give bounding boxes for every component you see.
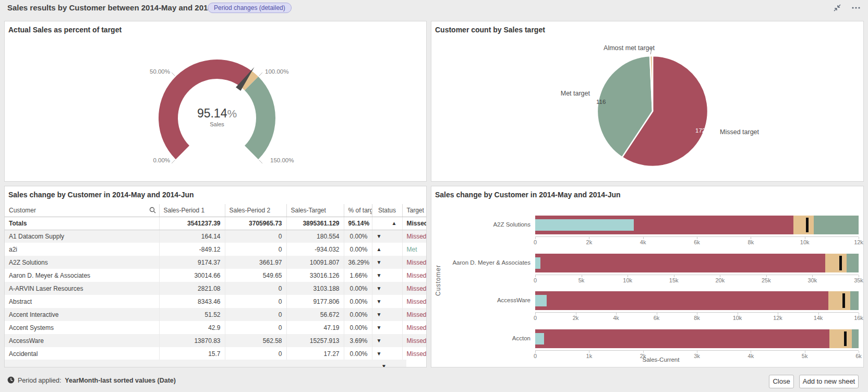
cell-sp2[interactable]: 0 [225, 282, 286, 295]
col-header-3[interactable]: Sales-Target [286, 204, 344, 217]
cell-sp1[interactable]: -849.12 [159, 243, 225, 256]
cell-status[interactable]: ▼ [372, 295, 402, 308]
cell-st[interactable]: 56.672 [286, 308, 344, 321]
cell-sp1[interactable]: 13870.83 [159, 334, 225, 347]
cell-target[interactable]: Missed [402, 334, 426, 347]
cell-status[interactable]: ▲ [372, 217, 402, 230]
cell-sp2[interactable]: 562.58 [225, 334, 286, 347]
cell-st[interactable]: 9177.806 [286, 295, 344, 308]
cell-customer[interactable]: AccessWare [5, 334, 159, 347]
collapse-icon[interactable] [833, 3, 842, 13]
cell-sp1[interactable]: 8343.46 [159, 295, 225, 308]
cell-sp2[interactable]: 0 [225, 308, 286, 321]
table-row[interactable]: Accidental15.7017.270.00%▼Missed [5, 347, 426, 360]
cell-st[interactable]: 47.19 [286, 321, 344, 334]
table-row[interactable]: A1 Datacom Supply164.140180.5540.00%▼Mis… [5, 230, 426, 243]
cell-sp2[interactable]: 0 [225, 243, 286, 256]
table-row[interactable]: A-ARVIN Laser Resources2821.0803103.1880… [5, 282, 426, 295]
cell-status[interactable]: ▼ [372, 282, 402, 295]
cell-target[interactable]: Missed [402, 230, 426, 243]
cell-customer[interactable]: A-ARVIN Laser Resources [5, 282, 159, 295]
bullet-bar[interactable] [535, 329, 859, 348]
cell-target[interactable]: Missed [402, 308, 426, 321]
cell-target[interactable]: Missed [402, 269, 426, 282]
close-button[interactable]: Close [769, 375, 794, 388]
search-icon[interactable] [149, 207, 156, 215]
cell-customer[interactable]: Accent Interactive [5, 308, 159, 321]
bullet-bar[interactable] [535, 216, 859, 234]
table-totals-row[interactable]: Totals3541237.393705965.733895361.12995.… [5, 217, 426, 230]
cell-status[interactable]: ▼ [372, 256, 402, 269]
col-header-0[interactable]: Customer [5, 204, 159, 217]
cell-pct[interactable]: 0.00% [344, 295, 372, 308]
cell-sp2[interactable]: 549.65 [225, 269, 286, 282]
cell-sp1[interactable]: 9174.37 [159, 256, 225, 269]
col-header-2[interactable]: Sales-Period 2 [225, 204, 286, 217]
cell-target[interactable]: Missed [402, 282, 426, 295]
cell-status[interactable]: ▼ [372, 347, 402, 360]
cell-st[interactable]: 15257.913 [286, 334, 344, 347]
cell-pct[interactable]: 1.66% [344, 269, 372, 282]
cell-st[interactable]: 180.554 [286, 230, 344, 243]
cell-sp2[interactable]: 0 [225, 347, 286, 360]
cell-customer[interactable]: A2Z Solutions [5, 256, 159, 269]
cell-st[interactable]: 3895361.129 [286, 217, 344, 230]
cell-customer[interactable]: a2i [5, 243, 159, 256]
col-header-5[interactable]: Status [372, 204, 402, 217]
cell-st[interactable]: 10091.807 [286, 256, 344, 269]
cell-st[interactable]: -934.032 [286, 243, 344, 256]
add-to-new-sheet-button[interactable]: Add to new sheet [799, 375, 859, 388]
cell-sp1[interactable]: 30014.66 [159, 269, 225, 282]
table-row[interactable]: a2i-849.120-934.0320.00%▲Met [5, 243, 426, 256]
cell-sp2[interactable]: 3705965.73 [225, 217, 286, 230]
col-header-4[interactable]: % of target [344, 204, 372, 217]
cell-target[interactable]: Missed [402, 347, 426, 360]
cell-customer[interactable]: Accent Systems [5, 321, 159, 334]
table-row[interactable]: AccessWare13870.83562.5815257.9133.69%▼M… [5, 334, 426, 347]
cell-customer[interactable]: A1 Datacom Supply [5, 230, 159, 243]
cell-pct[interactable]: 0.00% [344, 308, 372, 321]
col-header-1[interactable]: Sales-Period 1 [159, 204, 225, 217]
cell-sp2[interactable]: 0 [225, 321, 286, 334]
cell-status[interactable]: ▼ [372, 334, 402, 347]
table-row[interactable]: Accent Interactive51.52056.6720.00%▼Miss… [5, 308, 426, 321]
cell-target[interactable]: Missed [402, 295, 426, 308]
cell-customer[interactable]: Totals [5, 217, 159, 230]
cell-status[interactable]: ▼ [372, 308, 402, 321]
cell-target[interactable]: Missed [402, 321, 426, 334]
cell-status[interactable]: ▲ [372, 243, 402, 256]
cell-st[interactable]: 3103.188 [286, 282, 344, 295]
more-options-icon[interactable] [851, 3, 861, 13]
cell-sp2[interactable]: 0 [225, 230, 286, 243]
cell-sp1[interactable]: 51.52 [159, 308, 225, 321]
cell-st[interactable]: 33016.126 [286, 269, 344, 282]
cell-target[interactable]: Missed [402, 217, 426, 230]
table-header-row[interactable]: CustomerSales-Period 1Sales-Period 2Sale… [5, 204, 426, 217]
cell-pct[interactable]: 0.00% [344, 243, 372, 256]
table-row[interactable]: A2Z Solutions9174.373661.9710091.80736.2… [5, 256, 426, 269]
cell-pct[interactable]: 95.14% [344, 217, 372, 230]
cell-pct[interactable]: 0.00% [344, 282, 372, 295]
cell-status[interactable]: ▼ [372, 269, 402, 282]
bullet-bar[interactable] [535, 291, 859, 310]
cell-st[interactable]: 17.27 [286, 347, 344, 360]
table-row[interactable]: Abstract8343.4609177.8060.00%▼Missed [5, 295, 426, 308]
cell-sp1[interactable]: 42.9 [159, 321, 225, 334]
cell-pct[interactable]: 36.29% [344, 256, 372, 269]
cell-sp1[interactable]: 3541237.39 [159, 217, 225, 230]
cell-sp1[interactable]: 164.14 [159, 230, 225, 243]
cell-target[interactable]: Missed [402, 256, 426, 269]
cell-pct[interactable]: 3.69% [344, 334, 372, 347]
cell-customer[interactable]: Accidental [5, 347, 159, 360]
cell-pct[interactable]: 0.00% [344, 347, 372, 360]
cell-pct[interactable]: 0.00% [344, 321, 372, 334]
cell-customer[interactable]: Abstract [5, 295, 159, 308]
cell-sp1[interactable]: 2821.08 [159, 282, 225, 295]
cell-pct[interactable]: 0.00% [344, 230, 372, 243]
cell-sp1[interactable]: 15.7 [159, 347, 225, 360]
table-row[interactable]: Accent Systems42.9047.190.00%▼Missed [5, 321, 426, 334]
cell-customer[interactable]: Aaron D. Meyer & Associates [5, 269, 159, 282]
cell-status[interactable]: ▼ [372, 230, 402, 243]
col-header-6[interactable]: Target [402, 204, 426, 217]
cell-sp2[interactable]: 3661.97 [225, 256, 286, 269]
